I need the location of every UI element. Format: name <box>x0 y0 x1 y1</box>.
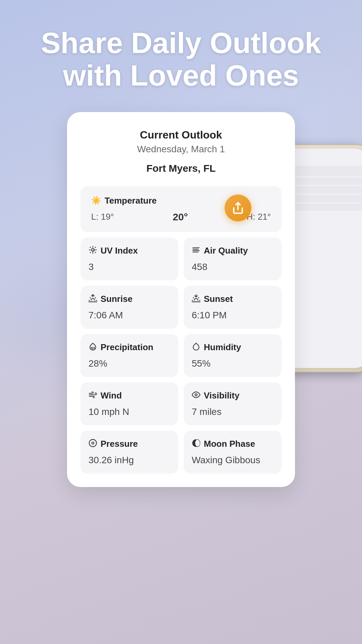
svg-line-16 <box>90 298 91 298</box>
sunset-header: Sunset <box>192 294 274 305</box>
pressure-header: Pressure <box>88 439 170 449</box>
uv-index-value: 3 <box>88 262 170 272</box>
wind-value: 10 mph N <box>88 407 170 417</box>
uv-index-label: UV Index <box>101 246 138 256</box>
temperature-current: 20° <box>173 211 188 223</box>
weather-card: Current Outlook Wednesday, March 1 Fort … <box>67 112 295 487</box>
uv-index-icon: UV <box>88 246 97 256</box>
svg-text:UV: UV <box>92 249 95 252</box>
metric-card-sunrise: Sunrise 7:06 AM <box>80 286 178 329</box>
pressure-label: Pressure <box>101 439 138 449</box>
sunset-icon <box>192 294 200 305</box>
headline-section: Share Daily Outlook with Loved Ones <box>21 27 341 92</box>
metric-card-sunset: Sunset 6:10 PM <box>184 286 282 329</box>
precipitation-icon <box>88 342 97 353</box>
share-button[interactable] <box>225 195 251 221</box>
uv-index-header: UV UV Index <box>88 246 170 256</box>
temperature-low: L: 19° <box>91 212 114 222</box>
sunset-label: Sunset <box>204 294 233 304</box>
visibility-label: Visibility <box>204 390 239 401</box>
sunrise-header: Sunrise <box>88 294 170 305</box>
card-location: Fort Myers, FL <box>80 163 282 174</box>
svg-point-31 <box>89 439 97 447</box>
precipitation-value: 28% <box>88 358 170 369</box>
visibility-value: 7 miles <box>192 407 274 417</box>
metric-card-uv-index: UV UV Index 3 <box>80 237 178 280</box>
wind-label: Wind <box>101 390 122 401</box>
metric-card-precipitation: Precipitation 28% <box>80 334 178 377</box>
temperature-label: Temperature <box>105 196 157 206</box>
metric-card-wind: Wind 10 mph N <box>80 382 178 425</box>
svg-point-34 <box>195 439 200 447</box>
air-quality-header: Air Quality <box>192 246 274 256</box>
svg-line-25 <box>198 298 199 298</box>
temperature-card: ☀️ Temperature L: 19° 20° H: 21° <box>80 186 282 232</box>
sunrise-value: 7:06 AM <box>88 310 170 321</box>
visibility-header: Visibility <box>192 390 274 401</box>
wind-header: Wind <box>88 390 170 401</box>
metric-card-pressure: Pressure 30.26 inHg <box>80 431 178 474</box>
metric-card-humidity: Humidity 55% <box>184 334 282 377</box>
air-quality-label: Air Quality <box>204 246 248 256</box>
moon-phase-label: Moon Phase <box>204 439 255 449</box>
visibility-icon <box>192 390 200 401</box>
svg-point-32 <box>92 442 94 444</box>
headline-text: Share Daily Outlook with Loved Ones <box>41 27 321 92</box>
humidity-header: Humidity <box>192 342 274 353</box>
svg-line-22 <box>193 298 194 298</box>
metric-card-moon-phase: Moon Phase Waxing Gibbous <box>184 431 282 474</box>
moon-phase-value: Waxing Gibbous <box>192 455 274 466</box>
temperature-icon: ☀️ <box>91 196 101 205</box>
page-wrapper: Share Daily Outlook with Loved Ones Curr… <box>0 0 362 644</box>
air-quality-icon <box>192 246 200 256</box>
svg-point-30 <box>195 393 197 396</box>
card-title: Current Outlook <box>80 129 282 141</box>
metric-card-visibility: Visibility 7 miles <box>184 382 282 425</box>
wind-icon <box>88 390 97 401</box>
moon-phase-header: Moon Phase <box>192 439 274 449</box>
share-icon <box>232 202 244 214</box>
sunrise-icon <box>88 294 97 305</box>
metrics-grid: UV UV Index 3 <box>80 237 282 474</box>
moon-phase-icon <box>192 439 200 449</box>
precipitation-label: Precipitation <box>101 342 153 353</box>
sunset-value: 6:10 PM <box>192 310 274 321</box>
svg-line-19 <box>95 298 96 298</box>
sunrise-label: Sunrise <box>101 294 132 304</box>
humidity-value: 55% <box>192 358 274 369</box>
svg-line-4 <box>90 247 91 248</box>
card-date: Wednesday, March 1 <box>80 144 282 155</box>
metric-card-air-quality: Air Quality 458 <box>184 237 282 280</box>
precipitation-header: Precipitation <box>88 342 170 353</box>
svg-line-8 <box>90 252 91 253</box>
svg-line-9 <box>95 247 96 248</box>
svg-line-5 <box>95 252 96 253</box>
humidity-label: Humidity <box>204 342 241 353</box>
air-quality-value: 458 <box>192 262 274 272</box>
pressure-value: 30.26 inHg <box>88 455 170 466</box>
humidity-icon <box>192 342 200 353</box>
pressure-icon <box>88 439 97 449</box>
